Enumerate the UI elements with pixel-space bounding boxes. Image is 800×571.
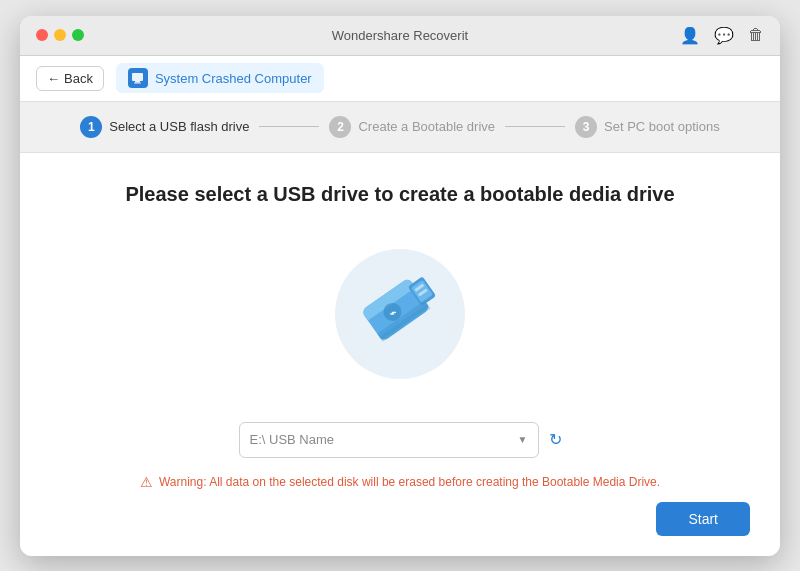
svg-rect-2 xyxy=(134,82,141,83)
dropdown-arrow-icon: ▼ xyxy=(518,434,528,445)
step-2-label: Create a Bootable drive xyxy=(358,119,495,134)
app-window: Wondershare Recoverit 👤 💬 🗑 ← Back Syste… xyxy=(20,16,780,556)
warning-icon: ⚠ xyxy=(140,474,153,490)
step-3-label: Set PC boot options xyxy=(604,119,720,134)
start-button[interactable]: Start xyxy=(656,502,750,536)
back-button[interactable]: ← Back xyxy=(36,66,104,91)
main-content: Please select a USB drive to create a bo… xyxy=(20,153,780,556)
nav-tab-label: System Crashed Computer xyxy=(155,71,312,86)
svg-rect-0 xyxy=(132,73,143,81)
settings-icon[interactable]: 🗑 xyxy=(748,26,764,44)
refresh-icon[interactable]: ↻ xyxy=(549,430,562,449)
warning-text-content: Warning: All data on the selected disk w… xyxy=(159,475,660,489)
back-label: Back xyxy=(64,71,93,86)
step-1: 1 Select a USB flash drive xyxy=(80,116,249,138)
profile-icon[interactable]: 👤 xyxy=(680,26,700,45)
step-2: 2 Create a Bootable drive xyxy=(329,116,495,138)
start-button-row: Start xyxy=(656,502,750,536)
traffic-lights xyxy=(36,29,84,41)
step-connector-1 xyxy=(259,126,319,127)
usb-illustration: ⌁ xyxy=(320,234,480,394)
crashed-computer-icon xyxy=(128,68,148,88)
maximize-button[interactable] xyxy=(72,29,84,41)
navbar: ← Back System Crashed Computer xyxy=(20,56,780,102)
step-3: 3 Set PC boot options xyxy=(575,116,720,138)
usb-icon: ⌁ xyxy=(340,259,460,369)
titlebar: Wondershare Recoverit 👤 💬 🗑 xyxy=(20,16,780,56)
titlebar-actions: 👤 💬 🗑 xyxy=(680,26,764,45)
dropdown-row: E:\ USB Name ▼ ↻ xyxy=(239,422,562,458)
back-arrow-icon: ← xyxy=(47,71,60,86)
step-connector-2 xyxy=(505,126,565,127)
steps-bar: 1 Select a USB flash drive 2 Create a Bo… xyxy=(20,102,780,153)
minimize-button[interactable] xyxy=(54,29,66,41)
warning-message: ⚠ Warning: All data on the selected disk… xyxy=(140,474,660,490)
usb-select-dropdown[interactable]: E:\ USB Name ▼ xyxy=(239,422,539,458)
dropdown-value: E:\ USB Name xyxy=(250,432,335,447)
step-3-num: 3 xyxy=(575,116,597,138)
page-title: Please select a USB drive to create a bo… xyxy=(125,183,674,206)
close-button[interactable] xyxy=(36,29,48,41)
step-1-label: Select a USB flash drive xyxy=(109,119,249,134)
svg-rect-1 xyxy=(135,81,140,83)
help-icon[interactable]: 💬 xyxy=(714,26,734,45)
nav-tab-crashed-computer[interactable]: System Crashed Computer xyxy=(116,63,324,93)
step-1-num: 1 xyxy=(80,116,102,138)
window-title: Wondershare Recoverit xyxy=(332,28,468,43)
step-2-num: 2 xyxy=(329,116,351,138)
